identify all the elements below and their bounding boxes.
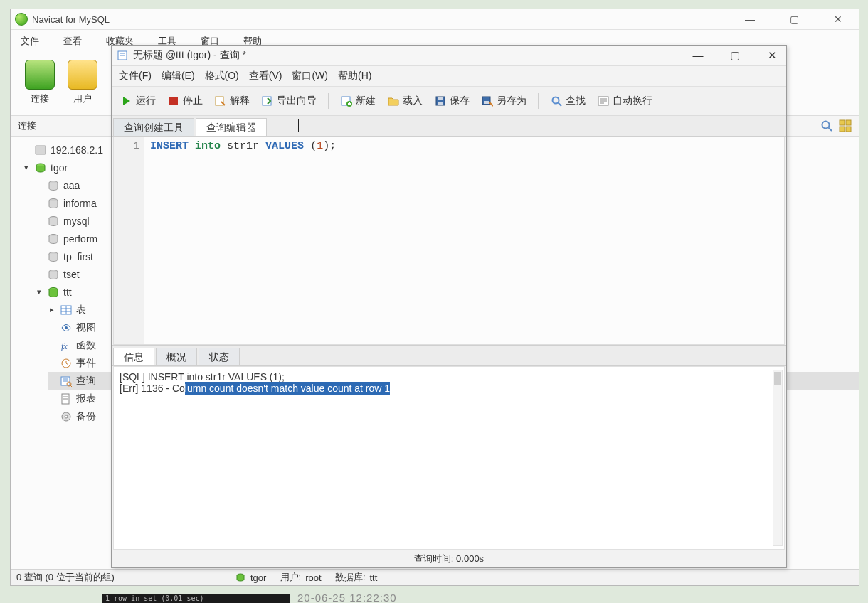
- user-button[interactable]: 用户: [68, 60, 97, 111]
- result-text[interactable]: [SQL] INSERT into str1r VALUES (1); [Err…: [113, 366, 785, 550]
- saveas-button[interactable]: 另存为: [478, 93, 529, 109]
- queries-label: 查询: [76, 375, 96, 388]
- maximize-button[interactable]: ▢: [780, 14, 808, 25]
- result-tabs: 信息 概况 状态: [112, 345, 786, 366]
- database-icon: [48, 269, 59, 280]
- plug-icon: [25, 60, 55, 90]
- child-maximize-button[interactable]: ▢: [726, 49, 743, 62]
- result-scrollbar[interactable]: [773, 370, 783, 546]
- database-icon: [48, 198, 59, 209]
- new-button[interactable]: 新建: [337, 93, 379, 109]
- server-active-icon: [35, 162, 46, 174]
- child-close-button[interactable]: ✕: [763, 49, 780, 62]
- panel-label: 连接: [18, 119, 36, 132]
- save-button[interactable]: 保存: [431, 93, 472, 109]
- save-icon: [434, 95, 447, 107]
- play-icon: [120, 95, 133, 107]
- expander-icon[interactable]: ▸: [48, 305, 56, 314]
- explain-button[interactable]: 解释: [211, 93, 253, 109]
- user-label: 用户: [73, 92, 92, 105]
- status-left: 0 查询 (0 位于当前的组): [16, 571, 115, 584]
- run-button[interactable]: 运行: [117, 93, 159, 109]
- grid-icon[interactable]: [839, 119, 852, 132]
- db-label: tset: [63, 269, 80, 280]
- svg-rect-48: [438, 97, 443, 100]
- menu-view[interactable]: 查看: [63, 35, 82, 48]
- child-menu-help[interactable]: 帮助(H): [338, 70, 371, 82]
- child-menu-view[interactable]: 查看(V): [249, 70, 282, 82]
- db-label: tp_first: [63, 251, 93, 262]
- desktop-fragment: 1 row in set (0.01 sec): [102, 594, 290, 603]
- child-title-text: 无标题 @ttt (tgor) - 查询 *: [133, 49, 689, 62]
- find-button[interactable]: 查找: [547, 93, 588, 109]
- child-title-bar: 无标题 @ttt (tgor) - 查询 * — ▢ ✕: [112, 46, 786, 66]
- db-label: perform: [63, 233, 97, 245]
- menu-file[interactable]: 文件: [21, 35, 39, 48]
- query-window-icon: [117, 50, 129, 61]
- saveas-icon: [481, 95, 494, 107]
- svg-rect-2: [840, 120, 845, 125]
- child-menu-file[interactable]: 文件(F): [119, 70, 152, 82]
- result-area: 信息 概况 状态 [SQL] INSERT into str1r VALUES …: [112, 345, 786, 550]
- tab-query-editor[interactable]: 查询编辑器: [196, 118, 267, 136]
- new-icon: [340, 95, 353, 107]
- minimize-button[interactable]: —: [736, 14, 763, 25]
- sql-editor[interactable]: 1 INSERT into str1r VALUES (1);: [113, 137, 785, 345]
- connection-button[interactable]: 连接: [25, 60, 55, 111]
- child-toolbar: 运行 停止 解释 导出向导 新建 载入 保存 另存为 查找 自动换行: [112, 86, 786, 116]
- wrap-icon: [597, 95, 610, 107]
- function-icon: fx: [60, 340, 72, 351]
- export-button[interactable]: 导出向导: [258, 93, 319, 109]
- scrollbar-thumb[interactable]: [774, 372, 781, 385]
- tab-query-builder[interactable]: 查询创建工具: [113, 118, 194, 136]
- result-tab-info[interactable]: 信息: [113, 348, 154, 365]
- tables-label: 表: [76, 304, 86, 316]
- result-tab-summary[interactable]: 概况: [156, 348, 197, 365]
- child-menu-format[interactable]: 格式(O): [205, 70, 239, 82]
- events-label: 事件: [76, 357, 96, 370]
- child-menu-window[interactable]: 窗口(W): [292, 70, 328, 82]
- database-icon: [48, 233, 59, 245]
- svg-point-0: [822, 122, 830, 129]
- svg-rect-4: [840, 127, 845, 132]
- wrap-button[interactable]: 自动换行: [594, 93, 655, 109]
- child-menu-edit[interactable]: 编辑(E): [162, 70, 195, 82]
- stop-button[interactable]: 停止: [164, 93, 206, 109]
- explain-icon: [214, 95, 227, 107]
- title-bar: Navicat for MySQL — ▢ ✕: [11, 9, 859, 30]
- status-server: tgor: [250, 572, 266, 583]
- functions-label: 函数: [76, 339, 96, 352]
- stop-icon: [167, 95, 180, 107]
- svg-line-28: [70, 385, 72, 387]
- svg-point-33: [65, 415, 68, 418]
- svg-point-19: [65, 326, 68, 329]
- export-icon: [261, 95, 274, 107]
- search-icon[interactable]: [820, 119, 833, 132]
- close-button[interactable]: ✕: [825, 14, 852, 25]
- view-icon: [60, 322, 72, 333]
- database-icon: [48, 251, 59, 262]
- expander-icon[interactable]: ▾: [35, 287, 43, 297]
- child-minimize-button[interactable]: —: [689, 49, 706, 62]
- editor-content[interactable]: INSERT into str1r VALUES (1);: [144, 137, 342, 344]
- event-icon: [60, 358, 72, 369]
- app-icon: [15, 13, 28, 26]
- editor-gutter: 1: [114, 137, 144, 344]
- report-icon: [60, 393, 72, 405]
- load-button[interactable]: 载入: [384, 93, 425, 109]
- backup-icon: [60, 411, 72, 422]
- connection-label: 连接: [31, 92, 49, 105]
- expander-icon[interactable]: ▾: [22, 163, 31, 172]
- child-menu: 文件(F) 编辑(E) 格式(O) 查看(V) 窗口(W) 帮助(H): [112, 66, 786, 86]
- status-user: root: [305, 572, 321, 583]
- svg-rect-50: [484, 101, 489, 104]
- search-icon: [550, 95, 563, 107]
- db-label: mysql: [63, 215, 90, 227]
- svg-rect-39: [169, 97, 178, 105]
- svg-line-52: [559, 103, 562, 107]
- result-tab-status[interactable]: 状态: [199, 348, 240, 365]
- query-window: 无标题 @ttt (tgor) - 查询 * — ▢ ✕ 文件(F) 编辑(E)…: [111, 45, 787, 568]
- backups-label: 备份: [76, 410, 96, 423]
- query-icon: [60, 375, 72, 387]
- query-time-label: 查询时间: 0.000s: [414, 553, 484, 565]
